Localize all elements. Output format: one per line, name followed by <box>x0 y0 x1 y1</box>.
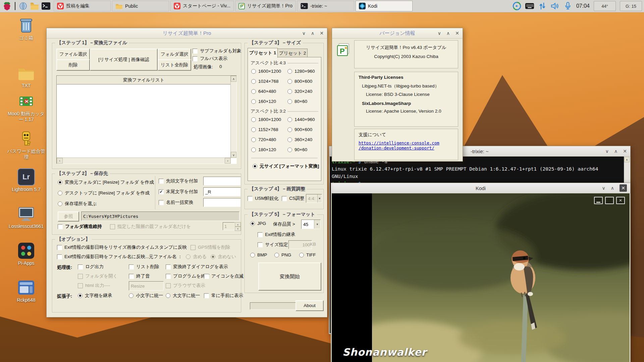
size-radio[interactable]: 180×120 <box>251 147 276 152</box>
open-folder-checkbox[interactable]: フォルダを開く <box>78 273 117 279</box>
keyboard-icon[interactable] <box>525 2 534 10</box>
html-name-input[interactable]: Resize <box>129 281 164 291</box>
fullpath-checkbox[interactable]: フルパス表示 <box>193 56 227 62</box>
save-source-folder-radio[interactable]: 変換元フォルダに [Resize] フォルダ を作成 <box>58 179 154 185</box>
suffix-checkbox[interactable]: 末尾文字を付加 <box>159 189 198 195</box>
dropdown-arrow-icon[interactable]: ▼ <box>317 194 322 202</box>
save-desktop-radio[interactable]: デスクトップに [Resize] フォルダ を作成 <box>58 190 150 196</box>
file-list[interactable]: 変換ファイルリスト ∧ ∨ ‹ › <box>56 75 237 164</box>
uppercase-radio[interactable]: 大文字に統一 <box>166 293 200 299</box>
maximize-icon[interactable]: ∧ <box>614 148 618 154</box>
blink-icon-checkbox[interactable]: アイコンを点滅 <box>204 273 244 279</box>
maximize-icon[interactable]: ∧ <box>311 31 314 36</box>
include-original-radio[interactable]: 含める <box>186 254 207 260</box>
save-choose-radio[interactable]: 保存場所を選ぶ <box>58 201 97 207</box>
sync-icon[interactable] <box>513 2 521 10</box>
scroll-up-icon[interactable]: ∧ <box>624 157 630 162</box>
maximize-icon[interactable]: ∧ <box>611 185 614 191</box>
keep-exif-checkbox[interactable]: Exif情報の継承 <box>258 232 295 238</box>
exif-filename-checkbox[interactable]: Exif情報の撮影日時をファイル名に反映...元ファイル名 ： <box>57 254 182 260</box>
clock[interactable]: 07:04 <box>576 3 590 9</box>
start-convert-button[interactable]: 変換開始 <box>258 262 321 291</box>
minimize-icon[interactable]: ∨ <box>438 31 441 36</box>
volume-icon[interactable] <box>551 2 559 10</box>
size-radio[interactable]: 1600×1200 <box>251 69 281 74</box>
jpg-radio[interactable]: JPG <box>250 221 266 226</box>
save-path-field[interactable]: C:¥users¥pt3¥Pictures <box>81 212 239 221</box>
usm-sharpen-checkbox[interactable]: USM鮮鋭化 <box>248 195 279 201</box>
suffix-input[interactable]: _R <box>203 187 241 196</box>
donation-link-line2[interactable]: /donation-development-support/ <box>359 145 454 150</box>
select-folder-button[interactable]: フォルダ選択 <box>158 49 191 60</box>
desktop-icon-txt[interactable]: TXT <box>6 64 46 88</box>
kodi-maximize-icon[interactable] <box>605 197 614 204</box>
lowercase-radio[interactable]: 小文字に統一 <box>129 293 163 299</box>
donation-link-line1[interactable]: https://intelligence-console.com <box>359 140 454 145</box>
taskbar-window-startpage[interactable]: スタートページ - Viv... <box>170 1 234 11</box>
bmp-radio[interactable]: BMP <box>250 252 267 257</box>
parent-level-checkbox[interactable]: 指定した階層の親フォルダ名だけを <box>110 224 191 230</box>
batch-rename-checkbox[interactable]: 名前一括変換 <box>159 199 193 205</box>
size-radio[interactable]: 1280×960 <box>287 69 315 74</box>
size-radio[interactable]: 640×480 <box>251 89 276 94</box>
keep-folder-structure-checkbox[interactable]: フォルダ構造維持 <box>58 224 102 230</box>
spin-down-icon[interactable]: ▼ <box>235 227 241 231</box>
desktop-icon-rckp648[interactable]: Rckp648 <box>6 279 46 303</box>
close-icon[interactable]: ✕ <box>620 184 627 192</box>
clear-list-button[interactable]: リスト全削除 <box>158 59 191 71</box>
desktop-icon-moo0[interactable]: Moo0 動画カッター 1.17 <box>6 93 46 122</box>
desktop-icon-lightroom[interactable]: Lr Lightroom 5.7 <box>6 168 46 192</box>
scroll-left-icon[interactable]: ‹ <box>57 158 63 164</box>
size-radio[interactable]: 1152×768 <box>251 127 278 132</box>
file-list-vscrollbar[interactable]: ∧ ∨ <box>230 76 236 158</box>
html-output-checkbox[interactable]: html 出力---- <box>78 283 110 289</box>
kodi-video-area[interactable]: ✕ Shonanwalker <box>332 193 630 362</box>
delete-button[interactable]: 削除 <box>56 59 90 71</box>
original-size-radio[interactable]: 元サイズ [フォーマット変換] <box>253 163 319 169</box>
network-updown-icon[interactable] <box>538 2 547 10</box>
size-radio[interactable]: 80×60 <box>287 99 307 104</box>
size-limit-input[interactable]: 100 <box>288 240 312 249</box>
browser-launcher-icon[interactable] <box>19 2 28 10</box>
size-limit-checkbox[interactable]: サイズ指定 <box>258 242 288 248</box>
size-radio[interactable]: 800×600 <box>287 79 312 84</box>
scroll-down-icon[interactable]: ∨ <box>231 152 236 158</box>
gpu-badge[interactable]: G: 15 <box>620 1 642 11</box>
kodi-titlebar[interactable]: Kodi ∨ ∧ ✕ <box>331 183 630 193</box>
taskbar-window-kodi[interactable]: Kodi <box>356 1 413 11</box>
size-radio[interactable]: 360×240 <box>287 137 312 142</box>
browse-button[interactable]: 参照 <box>58 212 79 222</box>
resizer-titlebar[interactable]: リサイズ超簡単！Pro ∨ ∧ ✕ <box>47 28 327 39</box>
size-radio[interactable]: 1440×960 <box>287 117 315 122</box>
png-radio[interactable]: PNG <box>274 252 291 257</box>
close-icon[interactable]: ✕ <box>320 31 324 36</box>
finish-dialog-checkbox[interactable]: 変換終了ダイアログを表示 <box>166 264 228 270</box>
maximize-icon[interactable]: ∧ <box>446 31 450 36</box>
list-delete-checkbox[interactable]: リスト削除 <box>129 264 159 270</box>
close-icon[interactable]: ✕ <box>455 31 459 36</box>
minimize-icon[interactable]: ∨ <box>602 185 605 191</box>
dropdown-arrow-icon[interactable]: ▼ <box>314 220 320 229</box>
batch-rename-input[interactable] <box>203 198 241 207</box>
always-on-top-checkbox[interactable]: 常に手前に表示 <box>204 293 243 299</box>
finish-sound-checkbox[interactable]: 終了音 <box>129 273 150 279</box>
subfolder-checkbox[interactable]: サブフォルダも対象 <box>193 48 241 54</box>
exclude-original-radio[interactable]: 含めない <box>211 254 236 260</box>
size-radio[interactable]: 900×600 <box>287 127 312 132</box>
taskbar-window-edit-post[interactable]: 投稿を編集 <box>54 1 111 11</box>
parent-level-spinner[interactable]: 1 ▲▼ <box>223 222 241 231</box>
version-dialog-titlebar[interactable]: バージョン情報 ∨ ∧ ✕ <box>332 28 463 39</box>
size-radio[interactable]: 1024×768 <box>251 79 278 84</box>
minimize-icon[interactable]: ∨ <box>605 148 609 154</box>
taskbar-window-terminal[interactable]: -trixie: ~ <box>297 1 354 11</box>
spin-up-icon[interactable]: ▲ <box>235 222 241 227</box>
microphone-icon[interactable] <box>564 2 572 10</box>
temperature-badge[interactable]: 44° <box>594 1 616 11</box>
log-output-checkbox[interactable]: ログ出力 <box>78 264 104 270</box>
file-manager-launcher-icon[interactable] <box>30 2 39 10</box>
desktop-icon-trash[interactable]: ゴミ箱 <box>6 17 46 41</box>
quality-dropdown[interactable]: 45 ▼ <box>301 220 321 229</box>
raspberry-menu-icon[interactable] <box>3 2 11 10</box>
preview-button[interactable]: [リサイズ処理 ] 画像確認 <box>90 49 158 71</box>
size-radio[interactable]: 1800×1200 <box>251 117 281 122</box>
